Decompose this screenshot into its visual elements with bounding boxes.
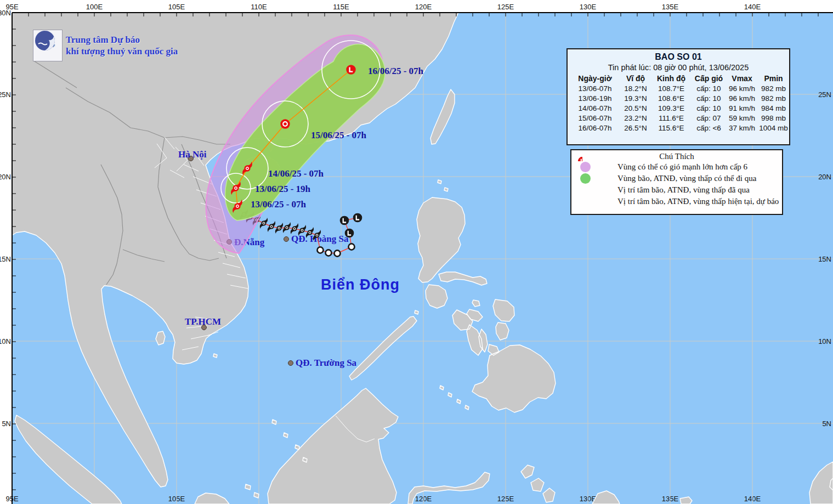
storm-forecast-map: 95E105E120E125E130E135E140E Hà NộiĐ.Nẵng… [0, 0, 833, 504]
storm-issued-time: Tin phát lúc: 08 giờ 00 phút, 13/06/2025 [568, 63, 789, 72]
column-header: Kinh độ [651, 74, 692, 83]
axis-label-top: 105E [168, 3, 185, 11]
table-cell: 96 km/h [726, 84, 758, 93]
table-cell: 998 mb [758, 114, 789, 122]
axis-label-left: 10N [0, 337, 11, 346]
table-cell: 13/06-07h [570, 84, 620, 93]
table-cell: 108.7°E [651, 84, 692, 93]
forecast-time-label: 13/06/25 - 19h [255, 184, 311, 194]
table-header-row: Ngày-giờVĩ độKinh độCấp gióVmaxPmin [570, 73, 787, 83]
forecast-time-label: 13/06/25 - 07h [251, 199, 307, 209]
table-row: 13/06-07h18.2°N108.7°Ecấp: 1096 km/h982 … [570, 83, 787, 93]
axis-label-right: 20N [818, 173, 831, 181]
table-cell: cấp: 10 [692, 94, 726, 103]
table-cell: 96 km/h [726, 94, 758, 103]
axis-label-right: 15N [818, 255, 831, 263]
track-area-dot-icon [580, 173, 591, 184]
table-cell: 23.2°N [620, 114, 651, 122]
table-cell: 1004 mb [758, 124, 789, 132]
axis-label-top: 100E [86, 3, 103, 11]
table-row: 16/06-07h26.5°N115.6°Ecấp: <637 km/h1004… [570, 123, 787, 133]
table-row: 13/06-19h19.3°N108.6°Ecấp: 1096 km/h982 … [570, 93, 787, 103]
axis-label-right: 25N [818, 90, 831, 99]
city-dot [284, 237, 289, 242]
table-cell: 15/06-07h [570, 114, 620, 122]
table-cell: 115.6°E [651, 124, 692, 132]
table-cell: 16/06-07h [570, 124, 620, 132]
legend-icons [571, 173, 617, 184]
table-cell: 13/06-19h [570, 94, 620, 103]
legend-box: Chú Thích Vùng có thể có gió mạnh lớn hơ… [570, 149, 783, 215]
table-cell: 111.6°E [651, 114, 692, 122]
axis-label-left: 20N [0, 173, 11, 181]
axis-label-top: 135E [662, 3, 679, 11]
past-position-disc-l-icon [340, 216, 349, 225]
axis-label-left: 15N [0, 255, 11, 263]
legend-item-label: Vùng bão, ATNĐ, vùng thấp có thể đi qua [617, 174, 756, 183]
past-position-disc-l-icon [353, 213, 362, 223]
city-dot [288, 361, 293, 366]
table-cell: 19.3°N [620, 94, 651, 103]
axis-label-top: 115E [333, 3, 349, 11]
city-label: TP.HCM [185, 316, 221, 327]
agency-header: NCHMF Trung tâm Dự báo khí tượng thuỷ vă… [33, 30, 178, 61]
past-position-disc-l-icon [345, 229, 354, 238]
axis-label-left: 25N [0, 90, 11, 99]
axis-label-top: 120E [415, 3, 432, 11]
past-position-ring-icon [334, 250, 340, 256]
legend-item: Vị trí tâm bão, ATNĐ, vùng thấp hiện tại… [571, 196, 782, 207]
sea-name-label: Biển Đông [321, 276, 400, 293]
legend-title: Chú Thích [571, 152, 782, 161]
table-cell: 108.6°E [651, 94, 692, 103]
storm-data-table: Ngày-giờVĩ độKinh độCấp gióVmaxPmin13/06… [570, 73, 787, 133]
forecast-time-label: 16/06/25 - 07h [368, 66, 424, 76]
table-cell: 18.2°N [620, 84, 651, 93]
table-cell: cấp: 10 [692, 104, 726, 112]
city-label: QĐ. Trường Sa [296, 358, 357, 368]
forecast-position-disc-l-icon [346, 65, 355, 74]
axis-label-right: 10N [818, 337, 831, 346]
column-header: Vĩ độ [620, 74, 651, 83]
column-header: Vmax [726, 74, 758, 83]
table-row: 15/06-07h23.2°N111.6°Ecấp: 0759 km/h998 … [570, 113, 787, 123]
axis-label-top: 140E [744, 3, 761, 11]
storm-title: BAO SO 01 [568, 52, 789, 62]
legend-item-label: Vùng có thể có gió mạnh lớn hơn cấp 6 [617, 162, 747, 172]
legend-item: Vị trí tâm bão, ATNĐ, vùng thấp đã qua [571, 184, 782, 196]
table-cell: 37 km/h [726, 124, 758, 132]
table-cell: 982 mb [758, 84, 789, 93]
table-cell: cấp: 10 [692, 84, 726, 93]
legend-item: Vùng có thể có gió mạnh lớn hơn cấp 6 [571, 161, 782, 173]
nchmf-logo: NCHMF [33, 30, 63, 61]
column-header: Cấp gió [692, 74, 726, 83]
wind-area-dot-icon [580, 162, 591, 172]
legend-icons [571, 162, 617, 172]
column-header: Pmin [758, 74, 789, 83]
past-position-ring-icon [325, 250, 331, 256]
table-cell: 59 km/h [726, 114, 758, 122]
legend-item-label: Vị trí tâm bão, ATNĐ, vùng thấp đã qua [617, 185, 750, 195]
table-cell: 20.5°N [620, 104, 651, 112]
table-cell: cấp: <6 [692, 124, 726, 132]
city-label: Hà Nội [178, 149, 207, 160]
table-cell: cấp: 07 [692, 114, 726, 122]
storm-info-box: BAO SO 01 Tin phát lúc: 08 giờ 00 phút, … [566, 48, 790, 145]
legend-item-label: Vị trí tâm bão, ATNĐ, vùng thấp hiện tại… [617, 197, 779, 206]
nchmf-logo-icon [33, 30, 57, 54]
axis-label-left: 5N [2, 420, 11, 428]
table-cell: 982 mb [758, 94, 789, 103]
table-cell: 91 km/h [726, 104, 758, 112]
forecast-time-label: 14/06/25 - 07h [268, 168, 324, 179]
axis-label-top: 130E [580, 3, 597, 11]
axis-label-top: 125E [497, 3, 514, 11]
column-header: Ngày-giờ [570, 74, 620, 83]
disc-l-icon [571, 150, 582, 161]
table-row: 14/06-07h20.5°N109.3°Ecấp: 1091 km/h984 … [570, 103, 787, 113]
forecast-position-disc-o-icon [280, 119, 290, 128]
city-label: QĐ. Hoàng Sa [291, 234, 349, 244]
table-cell: 26.5°N [620, 124, 651, 132]
table-cell: 14/06-07h [570, 104, 620, 112]
axis-label-top: 110E [251, 3, 267, 11]
agency-name-line2: khí tượng thuỷ văn quốc gia [66, 46, 178, 57]
past-position-ring-icon [348, 243, 354, 250]
